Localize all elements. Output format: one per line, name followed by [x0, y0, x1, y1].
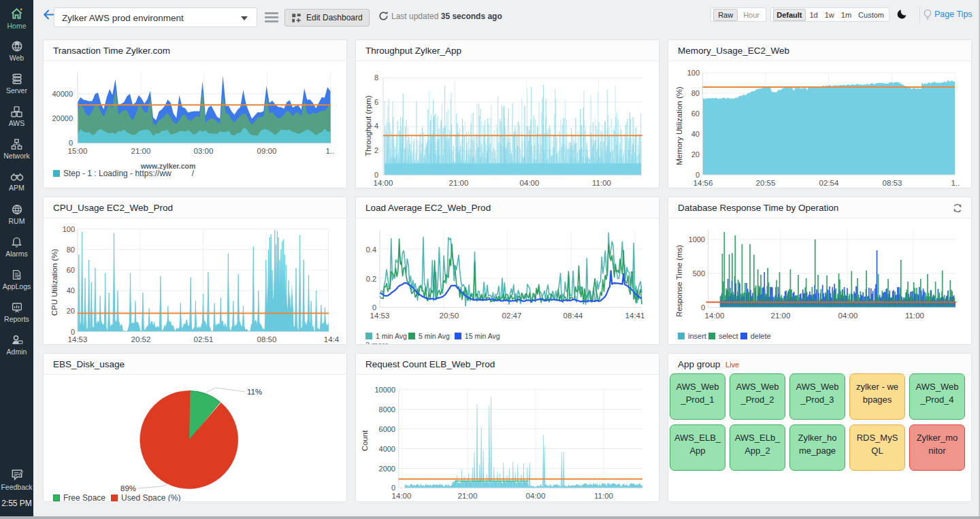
svg-text:11%: 11%: [247, 388, 262, 396]
svg-text:89%: 89%: [120, 484, 136, 492]
